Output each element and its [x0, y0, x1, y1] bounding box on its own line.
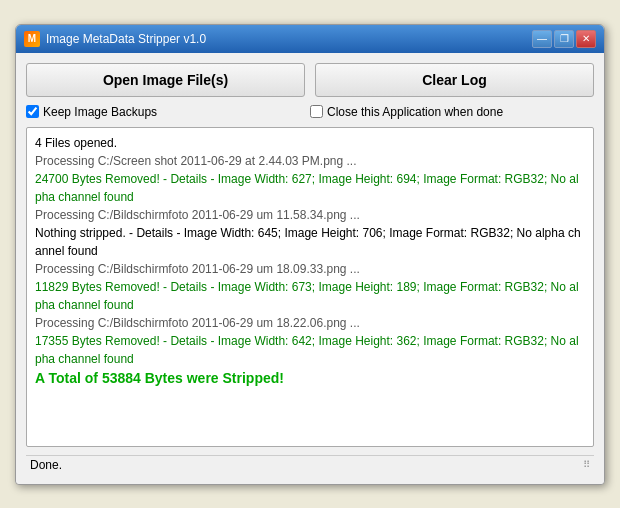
- main-window: M Image MetaData Stripper v1.0 — ❐ ✕ Ope…: [15, 24, 605, 485]
- title-buttons: — ❐ ✕: [532, 30, 596, 48]
- close-when-done-checkbox[interactable]: [310, 105, 323, 118]
- log-line: 24700 Bytes Removed! - Details - Image W…: [35, 170, 585, 206]
- log-line: 11829 Bytes Removed! - Details - Image W…: [35, 278, 585, 314]
- log-line: Processing C:/Screen shot 2011-06-29 at …: [35, 152, 585, 170]
- log-line: A Total of 53884 Bytes were Stripped!: [35, 368, 585, 389]
- keep-backups-option: Keep Image Backups: [26, 105, 310, 119]
- log-line: 17355 Bytes Removed! - Details - Image W…: [35, 332, 585, 368]
- status-text: Done.: [30, 458, 62, 472]
- clear-log-button[interactable]: Clear Log: [315, 63, 594, 97]
- close-button[interactable]: ✕: [576, 30, 596, 48]
- close-when-done-option: Close this Application when done: [310, 105, 594, 119]
- window-body: Open Image File(s) Clear Log Keep Image …: [16, 53, 604, 484]
- status-bar: Done. ⠿: [26, 455, 594, 474]
- restore-button[interactable]: ❐: [554, 30, 574, 48]
- log-line: Nothing stripped. - Details - Image Widt…: [35, 224, 585, 260]
- title-bar: M Image MetaData Stripper v1.0 — ❐ ✕: [16, 25, 604, 53]
- log-line: 4 Files opened.: [35, 134, 585, 152]
- open-files-button[interactable]: Open Image File(s): [26, 63, 305, 97]
- log-area: 4 Files opened.Processing C:/Screen shot…: [26, 127, 594, 447]
- toolbar: Open Image File(s) Clear Log: [26, 63, 594, 97]
- options-bar: Keep Image Backups Close this Applicatio…: [26, 105, 594, 119]
- app-icon: M: [24, 31, 40, 47]
- log-line: Processing C:/Bildschirmfoto 2011-06-29 …: [35, 314, 585, 332]
- close-when-done-label: Close this Application when done: [327, 105, 503, 119]
- keep-backups-checkbox[interactable]: [26, 105, 39, 118]
- title-bar-left: M Image MetaData Stripper v1.0: [24, 31, 206, 47]
- window-title: Image MetaData Stripper v1.0: [46, 32, 206, 46]
- log-line: Processing C:/Bildschirmfoto 2011-06-29 …: [35, 206, 585, 224]
- resize-grip: ⠿: [583, 459, 590, 470]
- log-line: Processing C:/Bildschirmfoto 2011-06-29 …: [35, 260, 585, 278]
- minimize-button[interactable]: —: [532, 30, 552, 48]
- keep-backups-label: Keep Image Backups: [43, 105, 157, 119]
